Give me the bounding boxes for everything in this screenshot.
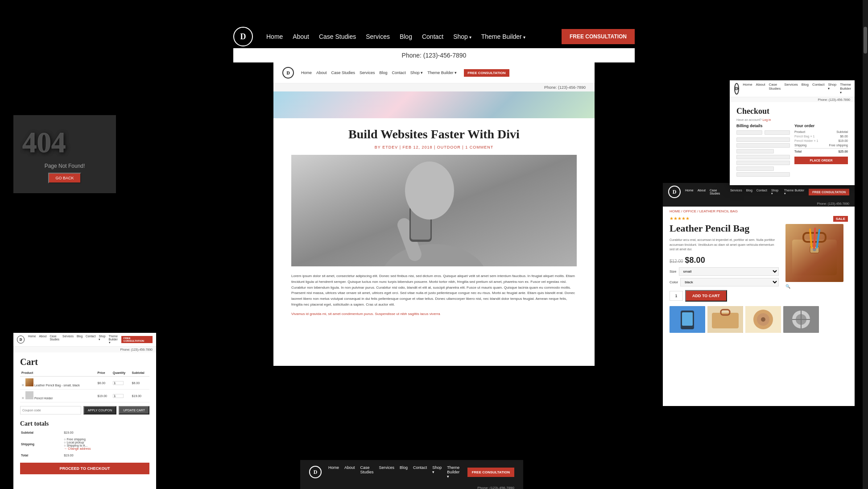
product-color-select[interactable]: black brown tan (680, 278, 779, 286)
product-main: ★★★★★ Leather Pencil Bag Curabitur arcu … (663, 216, 855, 302)
nav-links: Home About Case Studies Services Blog Co… (266, 33, 548, 40)
cart-table: Product Price Quantity Subtotal ✕ Leathe… (20, 369, 149, 402)
product-breadcrumb: HOME / OFFICE / LEATHER PENCIL BAG (663, 207, 855, 216)
product-phone-bar: Phone: (123)-456-7890 (663, 201, 855, 207)
blog-phone-bar: Phone: (123)-456-7890 (273, 83, 595, 91)
nav-home[interactable]: Home (266, 33, 283, 40)
404-content: 404 404 Page Not Found! GO BACK (13, 115, 116, 193)
svg-point-24 (761, 317, 765, 322)
product-description: Curabitur arcu erat, accumsan id imperdi… (670, 238, 779, 252)
product-thumb-2[interactable] (707, 306, 743, 333)
product-qty-area: 1 ADD TO CART (670, 290, 779, 302)
product-thumb-1[interactable] (670, 306, 705, 333)
nav-services[interactable]: Services (366, 33, 390, 40)
screenshot-checkout: D HomeAbout Case StudiesServices BlogCon… (730, 80, 855, 185)
screenshot-cart: D HomeAbout Case StudiesServices BlogCon… (13, 333, 156, 489)
product-info: ★★★★★ Leather Pencil Bag Curabitur arcu … (670, 216, 779, 302)
cart-totals-title: Cart totals (13, 418, 156, 429)
cart-inner-nav: D HomeAbout Case StudiesServices BlogCon… (13, 333, 156, 347)
nav-contact[interactable]: Contact (422, 33, 443, 40)
checkout-logo: D (734, 83, 739, 95)
product-thumbnails (663, 302, 855, 337)
product-name: Leather Pencil Bag (670, 223, 779, 234)
phone-text: Phone: (123)-456-7890 (402, 52, 467, 59)
screenshot-404: 404 404 Page Not Found! GO BACK (13, 115, 116, 193)
cart-totals-table: Subtotal $19.00 Shipping ○ Free shipping… (20, 429, 149, 459)
blog-title: Build Websites Faster With Divi (291, 127, 577, 141)
cart-row-2: ✕ Pencil Holder $19.00 $19.00 (20, 390, 149, 402)
dark-phone-bar: Phone: (123)-456-7890 (300, 484, 523, 489)
404-message: Page Not Found! (45, 163, 85, 169)
scrollbar-thumb[interactable] (864, 27, 867, 54)
checkout-title: Checkout (730, 102, 855, 118)
nav-logo[interactable]: D (233, 27, 253, 46)
dark-nav-links: Home About Case Studies Services Blog Co… (328, 465, 461, 479)
svg-point-5 (405, 162, 454, 220)
billing-details: Billing details (736, 124, 790, 178)
blog-logo: D (282, 67, 294, 79)
404-back-button[interactable]: GO BACK (48, 173, 81, 183)
product-size-select[interactable]: small medium large (679, 267, 779, 276)
apply-coupon-button[interactable]: APPLY COUPON (83, 406, 117, 414)
proceed-checkout-button[interactable]: PROCEED TO CHECKOUT (20, 463, 149, 474)
cart-title: Cart (13, 352, 156, 369)
product-qty-box: 1 (670, 291, 683, 301)
blog-nav-links: Home About Case Studies Services Blog Co… (301, 70, 457, 75)
product-color-row: Color black brown tan (670, 278, 779, 286)
404-number: 404 404 (20, 125, 109, 161)
blog-meta: BY ETDEV | FEB 12, 2018 | OUTDOOR | 1 CO… (291, 145, 577, 149)
cart-row-1: ✕ Leather Pencil Bag - small, black $6.0… (20, 377, 149, 390)
product-size-row: Size small medium large (670, 267, 779, 276)
product-image-area: SALE (785, 216, 848, 302)
coupon-input[interactable] (20, 406, 81, 414)
phone-bar: Phone: (123)-456-7890 (233, 48, 635, 62)
scrollbar[interactable] (863, 0, 868, 489)
product-nav: D HomeAbout Case StudiesServices BlogCon… (663, 183, 855, 201)
blog-body2: Vivamus id gravida mi, sit amet condimen… (291, 311, 577, 317)
screenshot-product: D HomeAbout Case StudiesServices BlogCon… (663, 183, 855, 406)
screenshot-dark-nav: D Home About Case Studies Services Blog … (300, 460, 523, 489)
nav-blog[interactable]: Blog (400, 33, 412, 40)
product-zoom-icon[interactable]: 🔍 (785, 284, 848, 289)
update-cart-button[interactable]: UPDATE CART (119, 406, 149, 414)
nav-about[interactable]: About (293, 33, 309, 40)
product-stars: ★★★★★ (670, 216, 779, 221)
screenshot-blog: D Home About Case Studies Services Blog … (273, 62, 595, 366)
cart-coupon-area: APPLY COUPON UPDATE CART (13, 402, 156, 418)
blog-image (291, 155, 577, 266)
blog-cta: FREE CONSULTATION (464, 69, 509, 77)
cart-phone-bar: Phone: (123)-456-7890 (13, 347, 156, 352)
blog-body: Lorem ipsum dolor sit amet, consectetur … (291, 274, 577, 308)
dark-nav-inner: D Home About Case Studies Services Blog … (300, 460, 523, 484)
nav-theme-builder[interactable]: Theme Builder (481, 33, 525, 40)
blog-content: Build Websites Faster With Divi BY ETDEV… (273, 118, 595, 326)
main-nav: D Home About Case Studies Services Blog … (233, 27, 635, 46)
cta-button[interactable]: FREE CONSULTATION (562, 29, 635, 44)
product-thumb-4[interactable] (783, 306, 819, 333)
order-summary: Your order ProductSubtotal Pencil Bag × … (794, 124, 848, 178)
add-to-cart-button[interactable]: ADD TO CART (685, 290, 727, 302)
dark-logo: D (309, 466, 322, 478)
blog-inner-nav: D Home About Case Studies Services Blog … (273, 62, 595, 83)
product-price-old: $12.00 (670, 259, 683, 264)
product-image (785, 224, 843, 282)
nav-case-studies[interactable]: Case Studies (319, 33, 356, 40)
product-price-new: $8.00 (685, 256, 705, 265)
dark-cta-button[interactable]: FREE CONSULTATION (467, 468, 514, 477)
product-thumb-3[interactable] (745, 306, 781, 333)
product-logo: D (668, 186, 681, 198)
svg-text:404: 404 (22, 126, 66, 157)
svg-rect-17 (682, 312, 693, 326)
nav-shop[interactable]: Shop (453, 33, 471, 40)
checkout-nav: D HomeAbout Case StudiesServices BlogCon… (730, 80, 855, 97)
sale-badge: SALE (833, 216, 848, 222)
checkout-form: Billing details Your order ProductSubtot… (730, 124, 855, 178)
